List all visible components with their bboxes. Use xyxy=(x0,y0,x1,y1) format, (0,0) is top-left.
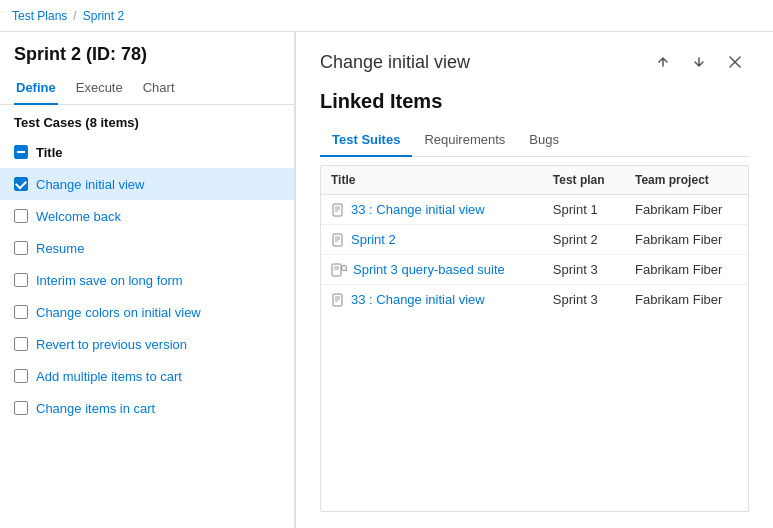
item-label: Change colors on initial view xyxy=(36,305,201,320)
list-item[interactable]: Resume xyxy=(0,232,294,264)
checkbox-unchecked[interactable] xyxy=(14,273,28,287)
list-item[interactable]: Revert to previous version xyxy=(0,328,294,360)
row-test-plan: Sprint 3 xyxy=(543,285,625,315)
row-title[interactable]: 33 : Change initial view xyxy=(351,292,485,307)
table-row[interactable]: Sprint 3 query-based suite Sprint 3 Fabr… xyxy=(321,255,748,285)
close-panel-button[interactable] xyxy=(721,48,749,76)
item-label: Change initial view xyxy=(36,177,144,192)
row-title-cell: Sprint 3 query-based suite xyxy=(321,255,543,285)
row-test-plan: Sprint 2 xyxy=(543,225,625,255)
col-team-project: Team project xyxy=(625,166,748,195)
breadcrumb-sprint2[interactable]: Sprint 2 xyxy=(83,9,124,23)
col-test-plan: Test plan xyxy=(543,166,625,195)
list-item[interactable]: Interim save on long form xyxy=(0,264,294,296)
linked-items-table: Title Test plan Team project xyxy=(321,166,748,314)
breadcrumb: Test Plans / Sprint 2 xyxy=(0,0,773,32)
item-label: Title xyxy=(36,145,63,160)
row-team-project: Fabrikam Fiber xyxy=(625,255,748,285)
row-title-cell: 33 : Change initial view xyxy=(321,285,543,315)
row-test-plan: Sprint 1 xyxy=(543,195,625,225)
list-item[interactable]: Welcome back xyxy=(0,200,294,232)
doc-query-icon xyxy=(331,263,347,277)
panel-header: Change initial view xyxy=(320,48,749,76)
linked-tab-bugs[interactable]: Bugs xyxy=(517,126,571,157)
checkbox-minus[interactable] xyxy=(14,145,28,159)
row-title[interactable]: 33 : Change initial view xyxy=(351,202,485,217)
svg-rect-8 xyxy=(332,264,341,276)
breadcrumb-test-plans[interactable]: Test Plans xyxy=(12,9,67,23)
svg-rect-0 xyxy=(333,204,342,216)
row-title[interactable]: Sprint 2 xyxy=(351,232,396,247)
navigate-up-button[interactable] xyxy=(649,48,677,76)
checkbox-unchecked[interactable] xyxy=(14,209,28,223)
table-header-row: Title Test plan Team project xyxy=(321,166,748,195)
list-item[interactable]: Change colors on initial view xyxy=(0,296,294,328)
breadcrumb-separator: / xyxy=(73,9,76,23)
checkbox-checked[interactable] xyxy=(14,177,28,191)
list-item[interactable]: Change initial view xyxy=(0,168,294,200)
doc-icon xyxy=(331,233,345,247)
row-title-cell: 33 : Change initial view xyxy=(321,195,543,225)
item-label: Interim save on long form xyxy=(36,273,183,288)
linked-items-title: Linked Items xyxy=(320,90,749,113)
checkbox-unchecked[interactable] xyxy=(14,305,28,319)
tab-define[interactable]: Define xyxy=(14,74,58,105)
tab-execute[interactable]: Execute xyxy=(74,74,125,105)
test-cases-list: Title Change initial view Welcome back R… xyxy=(0,136,294,528)
linked-tab-requirements[interactable]: Requirements xyxy=(412,126,517,157)
row-test-plan: Sprint 3 xyxy=(543,255,625,285)
checkbox-unchecked[interactable] xyxy=(14,401,28,415)
linked-items-table-container: Title Test plan Team project xyxy=(320,165,749,512)
checkbox-unchecked[interactable] xyxy=(14,369,28,383)
item-label: Add multiple items to cart xyxy=(36,369,182,384)
table-row[interactable]: Sprint 2 Sprint 2 Fabrikam Fiber xyxy=(321,225,748,255)
tabs-bar: Define Execute Chart xyxy=(0,73,294,105)
sprint-title: Sprint 2 (ID: 78) xyxy=(0,32,294,73)
list-item[interactable]: Title xyxy=(0,136,294,168)
row-title-cell: Sprint 2 xyxy=(321,225,543,255)
svg-line-12 xyxy=(346,270,347,272)
item-label: Resume xyxy=(36,241,84,256)
item-label: Welcome back xyxy=(36,209,121,224)
svg-rect-13 xyxy=(333,294,342,306)
doc-icon xyxy=(331,203,345,217)
test-cases-header: Test Cases (8 items) xyxy=(0,105,294,136)
panel-title: Change initial view xyxy=(320,52,470,73)
checkbox-unchecked[interactable] xyxy=(14,241,28,255)
list-item[interactable]: Change items in cart xyxy=(0,392,294,424)
linked-tab-test-suites[interactable]: Test Suites xyxy=(320,126,412,157)
table-row[interactable]: 33 : Change initial view Sprint 1 Fabrik… xyxy=(321,195,748,225)
svg-rect-4 xyxy=(333,234,342,246)
item-label: Change items in cart xyxy=(36,401,155,416)
checkbox-unchecked[interactable] xyxy=(14,337,28,351)
list-item[interactable]: Add multiple items to cart xyxy=(0,360,294,392)
panel-actions xyxy=(649,48,749,76)
tab-chart[interactable]: Chart xyxy=(141,74,177,105)
row-team-project: Fabrikam Fiber xyxy=(625,195,748,225)
row-team-project: Fabrikam Fiber xyxy=(625,225,748,255)
item-label: Revert to previous version xyxy=(36,337,187,352)
right-panel: Change initial view xyxy=(295,32,773,528)
navigate-down-button[interactable] xyxy=(685,48,713,76)
table-row[interactable]: 33 : Change initial view Sprint 3 Fabrik… xyxy=(321,285,748,315)
doc-icon xyxy=(331,293,345,307)
linked-items-tabs: Test Suites Requirements Bugs xyxy=(320,125,749,157)
row-title[interactable]: Sprint 3 query-based suite xyxy=(353,262,505,277)
row-team-project: Fabrikam Fiber xyxy=(625,285,748,315)
col-title: Title xyxy=(321,166,543,195)
left-panel: Sprint 2 (ID: 78) Define Execute Chart T… xyxy=(0,32,295,528)
